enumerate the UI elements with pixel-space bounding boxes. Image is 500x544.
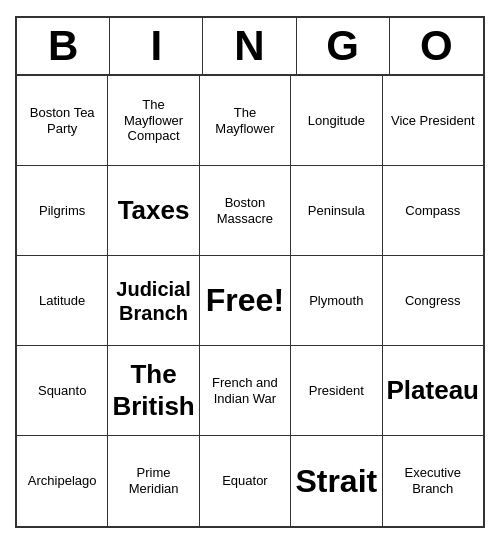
- bingo-cell-13[interactable]: Plymouth: [291, 256, 382, 346]
- cell-text-2: The Mayflower: [204, 105, 286, 136]
- header-letter-n: N: [203, 18, 296, 74]
- header-letter-o: O: [390, 18, 483, 74]
- cell-text-6: Taxes: [118, 195, 190, 226]
- bingo-cell-9[interactable]: Compass: [383, 166, 484, 256]
- bingo-cell-21[interactable]: Prime Meridian: [108, 436, 199, 526]
- bingo-cell-19[interactable]: Plateau: [383, 346, 484, 436]
- bingo-cell-24[interactable]: Executive Branch: [383, 436, 484, 526]
- bingo-cell-17[interactable]: French and Indian War: [200, 346, 291, 436]
- bingo-cell-8[interactable]: Peninsula: [291, 166, 382, 256]
- bingo-grid: Boston Tea PartyThe Mayflower CompactThe…: [17, 76, 483, 526]
- cell-text-21: Prime Meridian: [112, 465, 194, 496]
- cell-text-11: Judicial Branch: [112, 277, 194, 325]
- bingo-cell-11[interactable]: Judicial Branch: [108, 256, 199, 346]
- cell-text-0: Boston Tea Party: [21, 105, 103, 136]
- cell-text-5: Pilgrims: [39, 203, 85, 219]
- bingo-cell-18[interactable]: President: [291, 346, 382, 436]
- cell-text-20: Archipelago: [28, 473, 97, 489]
- cell-text-17: French and Indian War: [204, 375, 286, 406]
- bingo-cell-15[interactable]: Squanto: [17, 346, 108, 436]
- cell-text-8: Peninsula: [308, 203, 365, 219]
- cell-text-24: Executive Branch: [387, 465, 480, 496]
- cell-text-1: The Mayflower Compact: [112, 97, 194, 144]
- header-letter-i: I: [110, 18, 203, 74]
- cell-text-3: Longitude: [308, 113, 365, 129]
- cell-text-12: Free!: [206, 281, 284, 319]
- bingo-cell-4[interactable]: Vice President: [383, 76, 484, 166]
- bingo-cell-22[interactable]: Equator: [200, 436, 291, 526]
- cell-text-18: President: [309, 383, 364, 399]
- cell-text-13: Plymouth: [309, 293, 363, 309]
- bingo-cell-20[interactable]: Archipelago: [17, 436, 108, 526]
- cell-text-14: Congress: [405, 293, 461, 309]
- bingo-cell-16[interactable]: The British: [108, 346, 199, 436]
- cell-text-19: Plateau: [387, 375, 480, 406]
- cell-text-10: Latitude: [39, 293, 85, 309]
- bingo-card: BINGO Boston Tea PartyThe Mayflower Comp…: [15, 16, 485, 528]
- bingo-cell-12[interactable]: Free!: [200, 256, 291, 346]
- bingo-cell-10[interactable]: Latitude: [17, 256, 108, 346]
- bingo-cell-1[interactable]: The Mayflower Compact: [108, 76, 199, 166]
- bingo-cell-0[interactable]: Boston Tea Party: [17, 76, 108, 166]
- bingo-header: BINGO: [17, 18, 483, 76]
- bingo-cell-2[interactable]: The Mayflower: [200, 76, 291, 166]
- bingo-cell-14[interactable]: Congress: [383, 256, 484, 346]
- cell-text-23: Strait: [295, 462, 377, 500]
- cell-text-4: Vice President: [391, 113, 475, 129]
- cell-text-22: Equator: [222, 473, 268, 489]
- bingo-cell-7[interactable]: Boston Massacre: [200, 166, 291, 256]
- header-letter-g: G: [297, 18, 390, 74]
- cell-text-15: Squanto: [38, 383, 86, 399]
- bingo-cell-23[interactable]: Strait: [291, 436, 382, 526]
- bingo-cell-3[interactable]: Longitude: [291, 76, 382, 166]
- cell-text-7: Boston Massacre: [204, 195, 286, 226]
- header-letter-b: B: [17, 18, 110, 74]
- bingo-cell-6[interactable]: Taxes: [108, 166, 199, 256]
- bingo-cell-5[interactable]: Pilgrims: [17, 166, 108, 256]
- cell-text-16: The British: [112, 359, 194, 421]
- cell-text-9: Compass: [405, 203, 460, 219]
